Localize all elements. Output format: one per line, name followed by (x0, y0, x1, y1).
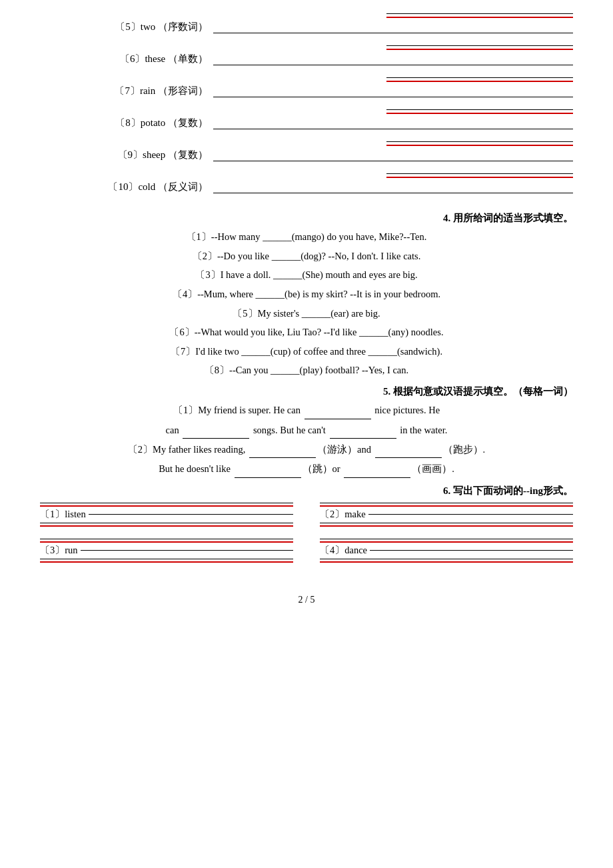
answer-line-red (386, 49, 573, 50)
verb-line-r1 (40, 541, 293, 543)
blank-2-1 (249, 447, 316, 458)
section-4-title: 4. 用所给词的适当形式填空。 (40, 212, 573, 225)
item-5-label: 〔5〕two （序数词） (40, 21, 213, 33)
item-7-answer (213, 97, 573, 97)
verb-item-3: 〔3〕run (40, 539, 293, 564)
answer-line-1 (386, 13, 573, 14)
section5-para-2: 〔2〕My father likes reading, （游泳）and （跑步）… (40, 441, 573, 458)
blank-1-1 (305, 409, 371, 419)
section4-row-1: 〔1〕--How many ______(mango) do you have,… (40, 229, 573, 245)
answer-line-1 (386, 45, 573, 46)
verb-grid: 〔1〕listen 〔2〕make (40, 503, 573, 575)
verb-1-lines (40, 503, 293, 507)
verb-2-dash (368, 514, 573, 515)
section4-row-4: 〔4〕--Mum, where ______(be) is my skirt? … (40, 286, 573, 303)
verb-item-2: 〔2〕make (320, 503, 573, 528)
verb-line-b1 (40, 539, 293, 539)
item-9-label: 〔9〕sheep （复数） (40, 149, 213, 161)
item-6-lines (40, 45, 573, 50)
blank-1-3 (330, 428, 396, 439)
item-10-answer (213, 193, 573, 193)
verb-line-b1 (320, 503, 573, 503)
ans-line-main (213, 65, 573, 65)
verb-2-label: 〔2〕make (320, 508, 366, 521)
verb-line-b2 (40, 523, 293, 523)
ans-line-main (213, 129, 573, 129)
verb-2-lines (320, 503, 573, 507)
item-5-row: 〔5〕two （序数词） (40, 21, 573, 33)
item-6-row: 〔6〕these （单数） (40, 53, 573, 65)
section4-row-7: 〔7〕I'd like two ______(cup) of coffee an… (40, 343, 573, 360)
verb-line-b1 (40, 503, 293, 503)
verb-item-4: 〔4〕dance (320, 539, 573, 564)
blank-2-4 (344, 467, 410, 478)
verb-4-lines (320, 539, 573, 543)
verb-2-lines-bottom (320, 523, 573, 527)
ans-line-main (213, 161, 573, 161)
verb-line-r2 (320, 525, 573, 527)
verb-4-dash (370, 550, 573, 551)
blank-1-2 (183, 428, 249, 439)
section-6: 6. 写出下面动词的--ing形式。 〔1〕listen (40, 485, 573, 575)
answer-line-red (386, 177, 573, 178)
item-8-label: 〔8〕potato （复数） (40, 117, 213, 129)
item-9-answer (213, 161, 573, 161)
item-7-lines (40, 77, 573, 82)
blank-2-2 (375, 447, 442, 458)
verb-line-b2 (320, 559, 573, 559)
verb-3-lines-bottom (40, 559, 293, 563)
answer-line-1 (386, 109, 573, 110)
verb-4-label-row: 〔4〕dance (320, 544, 573, 557)
item-8-block: 〔8〕potato （复数） (40, 109, 573, 135)
item-6-label: 〔6〕these （单数） (40, 53, 213, 65)
item-9-lines (40, 141, 573, 146)
item-8-answer (213, 129, 573, 129)
item-6-block: 〔6〕these （单数） (40, 45, 573, 71)
item-9-block: 〔9〕sheep （复数） (40, 141, 573, 167)
word-transform-section: 〔5〕two （序数词） 〔6〕these （单数） (40, 13, 573, 205)
item-7-label: 〔7〕rain （形容词） (40, 85, 213, 97)
item-9-row: 〔9〕sheep （复数） (40, 149, 573, 161)
verb-3-dash (81, 550, 293, 551)
verb-line-b1 (320, 539, 573, 539)
section5-para-1: 〔1〕My friend is super. He can nice pictu… (40, 402, 573, 419)
verb-line-r1 (320, 505, 573, 507)
verb-1-label-row: 〔1〕listen (40, 508, 293, 521)
section4-row-5: 〔5〕My sister's ______(ear) are big. (40, 305, 573, 322)
page: 〔5〕two （序数词） 〔6〕these （单数） (0, 0, 613, 868)
item-10-lines (40, 173, 573, 178)
answer-line-1 (386, 77, 573, 78)
verb-3-lines (40, 539, 293, 543)
verb-4-lines-bottom (320, 559, 573, 563)
verb-line-b2 (40, 559, 293, 559)
item-7-block: 〔7〕rain （形容词） (40, 77, 573, 103)
verb-line-b2 (320, 523, 573, 523)
ans-line-main (213, 33, 573, 33)
section4-row-3: 〔3〕I have a doll. ______(She) mouth and … (40, 267, 573, 283)
item-5-answer (213, 33, 573, 33)
section5-para-1b: can songs. But he can't in the water. (40, 422, 573, 439)
answer-line-red (386, 17, 573, 18)
section-6-title: 6. 写出下面动词的--ing形式。 (40, 485, 573, 497)
item-10-label: 〔10〕cold （反义词） (40, 181, 213, 193)
item-10-row: 〔10〕cold （反义词） (40, 181, 573, 193)
item-6-answer (213, 65, 573, 65)
page-number: 2 / 5 (40, 595, 573, 605)
verb-line-r1 (320, 541, 573, 543)
item-10-block: 〔10〕cold （反义词） (40, 173, 573, 199)
answer-line-red (386, 81, 573, 82)
item-7-row: 〔7〕rain （形容词） (40, 85, 573, 97)
ans-line-main (213, 97, 573, 97)
item-8-lines (40, 109, 573, 114)
verb-1-lines-bottom (40, 523, 293, 527)
item-8-row: 〔8〕potato （复数） (40, 117, 573, 129)
section-5: 5. 根据句意或汉语提示填空。（每格一词） 〔1〕My friend is su… (40, 385, 573, 478)
blank-2-3 (235, 467, 301, 478)
ans-line-main (213, 193, 573, 193)
verb-3-label: 〔3〕run (40, 544, 78, 557)
verb-item-1: 〔1〕listen (40, 503, 293, 528)
verb-line-r2 (40, 561, 293, 563)
section4-row-8: 〔8〕--Can you ______(play) football? --Ye… (40, 362, 573, 379)
verb-line-r1 (40, 505, 293, 507)
answer-line-red (386, 113, 573, 114)
